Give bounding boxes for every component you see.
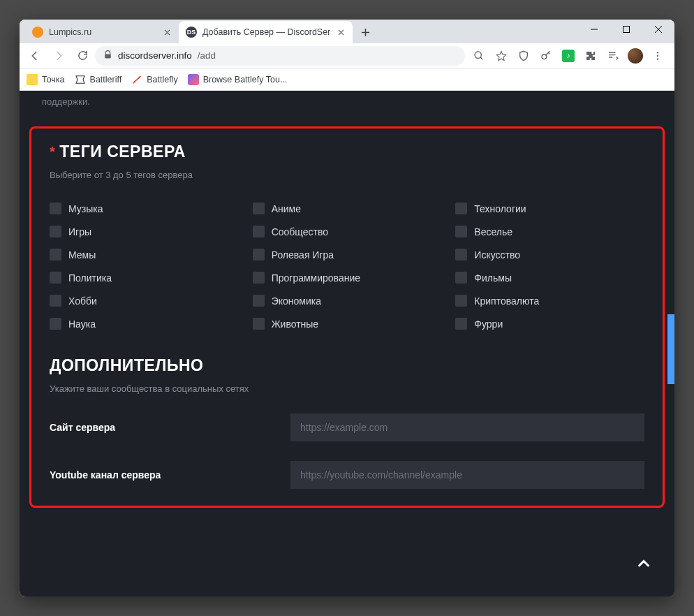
tag-checkbox-item[interactable]: Игры <box>50 226 239 237</box>
bookmark-label: Browse Battlefy Tou... <box>203 75 288 85</box>
bookmark-battlefy[interactable]: Browse Battlefy Tou... <box>188 74 288 85</box>
checkbox-icon[interactable] <box>50 295 61 307</box>
svg-rect-0 <box>623 27 630 33</box>
field-row-youtube: Youtube канал сервера <box>50 461 644 489</box>
new-tab-button[interactable] <box>355 22 375 42</box>
bookmark-favicon <box>27 74 38 85</box>
browser-window: Lumpics.ru DS Добавить Сервер — DiscordS… <box>20 20 674 596</box>
tab-lumpics[interactable]: Lumpics.ru <box>25 21 179 43</box>
tag-checkbox-item[interactable]: Веселье <box>455 226 644 237</box>
tab-title: Lumpics.ru <box>49 27 156 37</box>
reading-list-icon[interactable] <box>603 46 623 66</box>
tag-label: Животные <box>272 318 319 330</box>
search-in-page-icon[interactable] <box>469 46 489 66</box>
tag-checkbox-item[interactable]: Сообщество <box>253 226 442 237</box>
field-label-website: Сайт сервера <box>50 422 290 433</box>
scrollbar-track[interactable] <box>666 91 674 596</box>
minimize-button[interactable] <box>578 20 610 39</box>
tag-checkbox-item[interactable]: Технологии <box>455 203 644 214</box>
svg-rect-1 <box>105 54 111 58</box>
back-button[interactable] <box>24 45 46 67</box>
tag-label: Игры <box>68 226 91 237</box>
bookmark-label: Точка <box>42 75 65 85</box>
window-controls <box>578 20 674 39</box>
tag-label: Фильмы <box>474 272 512 284</box>
checkbox-icon[interactable] <box>455 249 467 261</box>
truncated-paragraph-end: поддержки. <box>20 91 674 117</box>
favicon-ds: DS <box>186 27 197 38</box>
tag-label: Сообщество <box>272 226 328 237</box>
checkbox-icon[interactable] <box>50 272 61 284</box>
tag-checkbox-item[interactable]: Криптовалюта <box>455 295 644 307</box>
checkbox-icon[interactable] <box>455 272 467 284</box>
checkbox-icon[interactable] <box>455 318 467 330</box>
checkbox-icon[interactable] <box>253 249 265 261</box>
forward-button[interactable] <box>47 45 70 67</box>
checkbox-icon[interactable] <box>455 226 467 237</box>
tag-checkbox-item[interactable]: Экономика <box>253 295 442 307</box>
tag-label: Музыка <box>68 203 103 214</box>
bookmark-favicon <box>75 74 86 85</box>
tag-label: Фурри <box>474 318 503 330</box>
checkbox-icon[interactable] <box>455 203 467 214</box>
checkbox-icon[interactable] <box>50 226 61 237</box>
bookmark-battlefly[interactable]: Battlefly <box>131 74 177 85</box>
tag-checkbox-item[interactable]: Музыка <box>50 203 239 214</box>
bookmark-battleriff[interactable]: Battleriff <box>75 74 122 85</box>
extra-section-subtitle: Укажите ваши сообщества в социальных сет… <box>50 383 644 394</box>
tag-checkbox-item[interactable]: Политика <box>50 272 239 284</box>
field-row-website: Сайт сервера <box>50 413 644 441</box>
bookmark-label: Battleriff <box>90 75 122 85</box>
checkbox-icon[interactable] <box>253 318 265 330</box>
tag-checkbox-item[interactable]: Искусство <box>455 249 644 261</box>
tag-checkbox-item[interactable]: Ролевая Игра <box>253 249 442 261</box>
checkbox-icon[interactable] <box>253 295 265 307</box>
close-window-button[interactable] <box>642 20 674 39</box>
address-bar[interactable]: discordserver.info/add <box>95 46 465 66</box>
website-input[interactable] <box>290 413 644 441</box>
tags-section-subtitle: Выберите от 3 до 5 тегов сервера <box>50 170 644 180</box>
checkbox-icon[interactable] <box>253 226 265 237</box>
tag-label: Аниме <box>272 203 301 214</box>
close-icon[interactable] <box>162 27 172 37</box>
checkbox-icon[interactable] <box>50 249 61 261</box>
maximize-button[interactable] <box>610 20 642 39</box>
tag-label: Мемы <box>68 249 96 261</box>
kebab-menu-icon[interactable] <box>648 46 667 66</box>
tag-checkbox-item[interactable]: Фильмы <box>455 272 644 284</box>
checkbox-icon[interactable] <box>253 203 265 214</box>
extension-icons: ♪ <box>466 46 670 66</box>
tag-checkbox-item[interactable]: Программирование <box>253 272 442 284</box>
tab-title: Добавить Сервер — DiscordSer <box>202 27 330 37</box>
checkbox-icon[interactable] <box>455 295 467 307</box>
youtube-input[interactable] <box>290 461 644 489</box>
toolbar: discordserver.info/add ♪ <box>20 43 674 68</box>
close-icon[interactable] <box>336 27 346 37</box>
profile-avatar[interactable] <box>626 46 645 66</box>
tag-checkbox-item[interactable]: Фурри <box>455 318 644 330</box>
svg-point-4 <box>657 52 658 53</box>
checkbox-icon[interactable] <box>50 203 61 214</box>
music-extension-icon[interactable]: ♪ <box>559 46 578 66</box>
scroll-to-top-button[interactable] <box>631 552 656 577</box>
password-key-icon[interactable] <box>536 46 556 66</box>
checkbox-icon[interactable] <box>253 272 265 284</box>
tag-checkbox-item[interactable]: Наука <box>50 318 239 330</box>
tab-discordserver[interactable]: DS Добавить Сервер — DiscordSer <box>179 21 353 43</box>
tag-checkbox-item[interactable]: Хобби <box>50 295 239 307</box>
scrollbar-thumb[interactable] <box>667 314 674 384</box>
tag-checkbox-item[interactable]: Аниме <box>253 203 442 214</box>
adblock-shield-icon[interactable] <box>514 46 533 66</box>
bookmark-tochka[interactable]: Точка <box>27 74 65 85</box>
tag-label: Веселье <box>474 226 512 237</box>
tag-label: Криптовалюта <box>474 295 539 307</box>
bookmark-star-icon[interactable] <box>492 46 511 66</box>
tag-checkbox-item[interactable]: Мемы <box>50 249 239 261</box>
checkbox-icon[interactable] <box>50 318 61 330</box>
svg-point-2 <box>475 52 481 58</box>
reload-button[interactable] <box>71 45 94 67</box>
bookmark-favicon <box>131 74 142 85</box>
page-viewport[interactable]: поддержки. * ТЕГИ СЕРВЕРА Выберите от 3 … <box>20 91 674 596</box>
tag-checkbox-item[interactable]: Животные <box>253 318 442 330</box>
extensions-puzzle-icon[interactable] <box>581 46 600 66</box>
